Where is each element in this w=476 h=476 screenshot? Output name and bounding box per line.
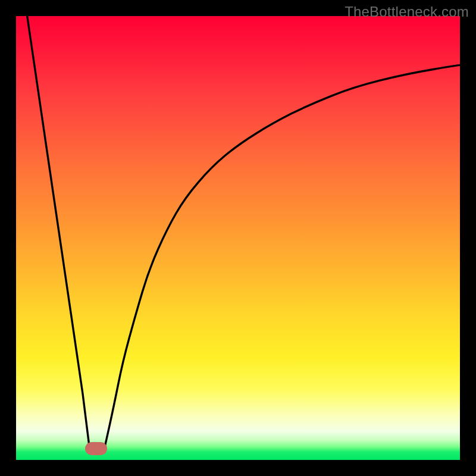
chart-frame: TheBottleneck.com (0, 0, 476, 476)
curve-layer (16, 16, 460, 460)
watermark-text: TheBottleneck.com (345, 4, 469, 20)
plot-area (16, 16, 460, 460)
bottleneck-curve (27, 16, 460, 447)
optimum-marker (85, 442, 107, 455)
